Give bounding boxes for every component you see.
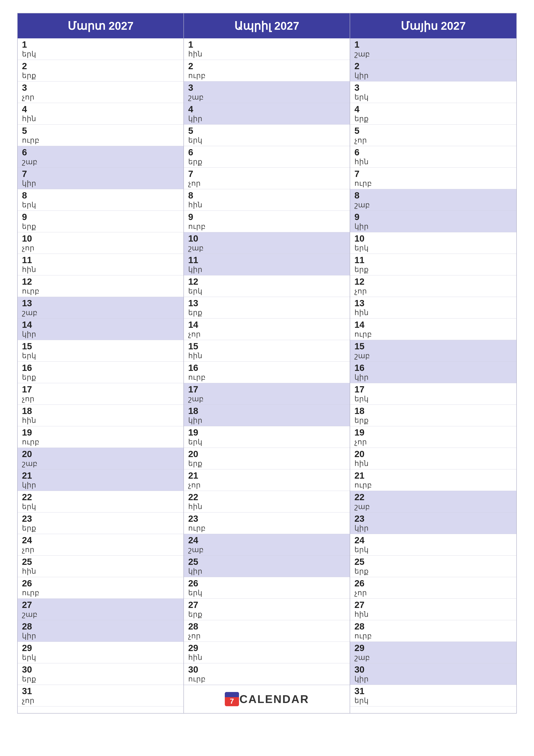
day-name: երկ xyxy=(188,286,345,295)
day-name: հին xyxy=(188,502,345,511)
day-number: 16 xyxy=(22,363,179,373)
day-row-m0-d2: 2երք xyxy=(18,60,184,81)
day-number: 12 xyxy=(188,277,345,286)
day-name: երք xyxy=(188,610,345,619)
day-name: երկ xyxy=(354,394,512,403)
day-row-m0-d16: 16երք xyxy=(18,362,184,383)
day-number: 8 xyxy=(188,191,345,201)
day-name: չոր xyxy=(22,545,179,554)
day-number: 10 xyxy=(22,233,179,244)
day-number: 18 xyxy=(22,406,179,416)
day-row-m2-d29: 29շաբ xyxy=(350,642,516,663)
calendar-container: Մարտ 2027 Ապրիլ 2027 Մայիս 2027 1երկ2երք… xyxy=(17,13,517,714)
day-row-m2-d3: 3երկ xyxy=(350,81,516,103)
day-name: հին xyxy=(22,567,179,576)
day-number: 11 xyxy=(354,255,512,265)
month-header-april: Ապրիլ 2027 xyxy=(184,14,350,39)
day-row-m0-d13: 13շաբ xyxy=(18,297,184,318)
day-name: կիր xyxy=(188,416,345,425)
day-number: 26 xyxy=(22,579,179,588)
day-name: երք xyxy=(188,308,345,317)
day-number: 16 xyxy=(188,363,345,373)
day-number: 12 xyxy=(22,277,179,286)
day-number: 13 xyxy=(354,298,512,308)
day-number: 13 xyxy=(22,298,179,308)
day-name: չոր xyxy=(354,136,512,145)
day-name: հին xyxy=(354,308,512,317)
day-name: երք xyxy=(22,675,179,683)
day-row-m0-d3: 3չոր xyxy=(18,81,184,103)
day-number: 30 xyxy=(354,664,512,675)
calendar-logo-icon: 7 xyxy=(224,691,240,707)
day-number: 1 xyxy=(354,40,512,50)
day-name: երկ xyxy=(354,244,512,252)
day-name: շաբ xyxy=(354,351,512,360)
day-name: շաբ xyxy=(22,157,179,166)
day-name: չոր xyxy=(22,696,179,705)
day-row-m2-d12: 12չոր xyxy=(350,275,516,297)
day-row-m2-d31: 31երկ xyxy=(350,685,516,706)
day-name: երկ xyxy=(188,438,345,446)
day-number: 9 xyxy=(22,212,179,222)
day-number: 2 xyxy=(22,61,179,71)
day-number: 23 xyxy=(354,514,512,524)
day-row-m1-d10: 10շաբ xyxy=(184,232,350,254)
day-name: հին xyxy=(22,265,179,274)
svg-text:7: 7 xyxy=(230,697,234,705)
day-name: հին xyxy=(22,416,179,425)
day-name: չոր xyxy=(354,286,512,295)
day-name: հին xyxy=(188,351,345,360)
day-name: երկ xyxy=(22,50,179,58)
day-name: չոր xyxy=(22,93,179,101)
day-name: չոր xyxy=(354,438,512,446)
day-row-m2-d13: 13հին xyxy=(350,297,516,318)
day-name: կիր xyxy=(22,330,179,338)
day-name: շաբ xyxy=(22,610,179,619)
day-row-m2-d7: 7ուրբ xyxy=(350,168,516,189)
day-number: 7 xyxy=(354,169,512,179)
day-row-m0-d5: 5ուրբ xyxy=(18,124,184,146)
day-row-m2-d25: 25երք xyxy=(350,555,516,577)
day-number: 20 xyxy=(354,449,512,459)
day-number: 8 xyxy=(354,191,512,201)
day-row-m0-d25: 25հին xyxy=(18,555,184,577)
day-number: 9 xyxy=(354,212,512,222)
day-name: երկ xyxy=(188,588,345,597)
day-row-m0-d12: 12ուրբ xyxy=(18,275,184,297)
day-number: 25 xyxy=(188,557,345,567)
day-number: 10 xyxy=(188,233,345,244)
day-row-m1-d6: 6երք xyxy=(184,146,350,168)
day-name: շաբ xyxy=(354,653,512,662)
day-row-m0-d21: 21կիր xyxy=(18,470,184,491)
day-number: 19 xyxy=(354,428,512,438)
month-column-1: 1հին2ուրբ3շաբ4կիր5երկ6երք7չոր8հին9ուրբ10… xyxy=(184,39,350,713)
day-number: 8 xyxy=(22,191,179,201)
day-name: երկ xyxy=(22,351,179,360)
day-number: 9 xyxy=(188,212,345,222)
day-number: 3 xyxy=(188,83,345,93)
day-row-m1-d28: 28չոր xyxy=(184,620,350,642)
day-name: երք xyxy=(22,373,179,382)
day-number: 24 xyxy=(188,535,345,545)
day-number: 5 xyxy=(188,126,345,136)
day-name: երկ xyxy=(354,696,512,705)
day-number: 22 xyxy=(188,492,345,502)
day-number: 4 xyxy=(188,104,345,114)
day-number: 14 xyxy=(22,320,179,330)
day-number: 2 xyxy=(354,61,512,71)
day-row-m1-d26: 26երկ xyxy=(184,577,350,599)
day-row-m2-d26: 26չոր xyxy=(350,577,516,599)
day-row-m1-d2: 2ուրբ xyxy=(184,60,350,81)
day-name: երկ xyxy=(22,653,179,662)
day-name: ուրբ xyxy=(354,481,512,489)
day-row-m1-d22: 22հին xyxy=(184,491,350,512)
day-row-m0-d22: 22երկ xyxy=(18,491,184,512)
day-number: 3 xyxy=(354,83,512,93)
day-name: շաբ xyxy=(354,50,512,58)
day-name: հին xyxy=(354,459,512,468)
day-name: կիր xyxy=(354,373,512,382)
day-name: ուրբ xyxy=(188,675,345,683)
day-number: 5 xyxy=(354,126,512,136)
day-number: 17 xyxy=(188,385,345,394)
day-name: ուրբ xyxy=(22,286,179,295)
